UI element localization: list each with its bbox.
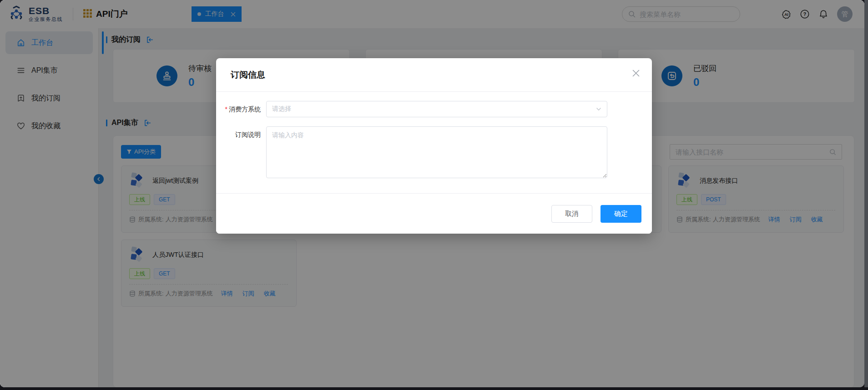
chevron-down-icon xyxy=(596,106,601,112)
confirm-button[interactable]: 确定 xyxy=(601,205,641,223)
close-icon[interactable] xyxy=(632,69,640,77)
description-textarea[interactable] xyxy=(266,126,607,178)
dialog-title: 订阅信息 xyxy=(231,69,265,81)
select-placeholder: 请选择 xyxy=(272,105,291,113)
required-mark: * xyxy=(225,105,227,113)
consumer-system-select[interactable]: 请选择 xyxy=(266,101,607,117)
description-label: 订阅说明 xyxy=(216,126,261,180)
subscription-dialog: 订阅信息 *消费方系统 请选择 xyxy=(216,58,652,234)
cancel-button[interactable]: 取消 xyxy=(551,205,592,223)
app-window: ESB 企业服务总线 API门户 工作台 xyxy=(0,0,864,387)
page-vertical-scrollbar[interactable] xyxy=(864,0,868,387)
consumer-system-label: *消费方系统 xyxy=(216,101,261,117)
